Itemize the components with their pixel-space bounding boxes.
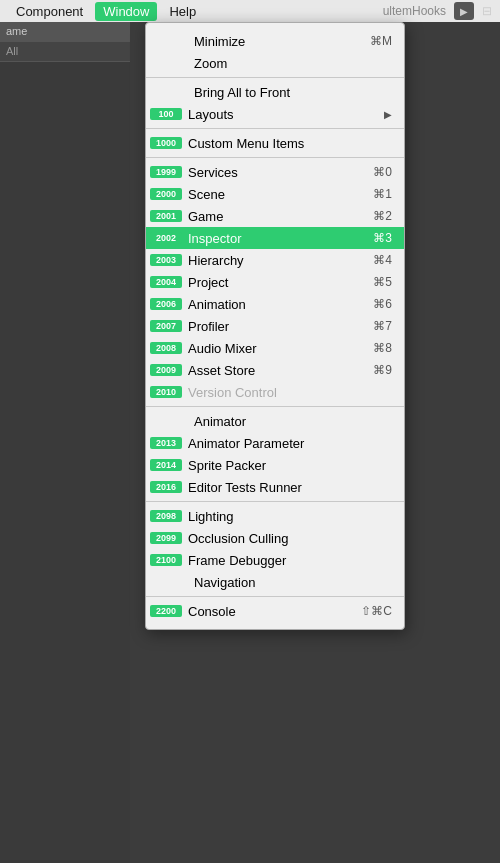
menu-label: Layouts <box>188 107 380 122</box>
menu-item-zoom[interactable]: Zoom <box>146 52 404 74</box>
menu-shortcut: ⌘1 <box>373 187 392 201</box>
menu-item-animator-parameter[interactable]: 2013Animator Parameter <box>146 432 404 454</box>
menu-shortcut: ⌘5 <box>373 275 392 289</box>
menu-shortcut: ⌘8 <box>373 341 392 355</box>
menu-label: Editor Tests Runner <box>188 480 392 495</box>
menu-shortcut: ⌘M <box>370 34 392 48</box>
menu-item-hierarchy[interactable]: 2003Hierarchy⌘4 <box>146 249 404 271</box>
dropdown-section-5: 2098Lighting2099Occlusion Culling2100Fra… <box>146 502 404 597</box>
menu-item-occlusion-culling[interactable]: 2099Occlusion Culling <box>146 527 404 549</box>
menu-item-navigation[interactable]: Navigation <box>146 571 404 593</box>
menu-label: Hierarchy <box>188 253 365 268</box>
menu-item-editor-tests-runner[interactable]: 2016Editor Tests Runner <box>146 476 404 498</box>
dropdown-section-1: Bring All to Front100Layouts▶ <box>146 78 404 129</box>
dropdown-section-0: Minimize⌘MZoom <box>146 27 404 78</box>
left-panel: ame All <box>0 22 130 863</box>
menu-shortcut: ⌘0 <box>373 165 392 179</box>
menu-item-inspector[interactable]: 2002Inspector⌘3 <box>146 227 404 249</box>
menu-item-console[interactable]: 2200Console⇧⌘C <box>146 600 404 622</box>
menu-label: Services <box>188 165 365 180</box>
menu-badge: 2000 <box>150 188 182 200</box>
menu-badge: 2014 <box>150 459 182 471</box>
menu-label: Asset Store <box>188 363 365 378</box>
menu-label: Navigation <box>194 575 392 590</box>
dropdown-section-3: 1999Services⌘02000Scene⌘12001Game⌘22002I… <box>146 158 404 407</box>
menu-item-version-control: 2010Version Control <box>146 381 404 403</box>
menu-window[interactable]: Window <box>95 2 157 21</box>
menu-badge: 2010 <box>150 386 182 398</box>
menu-shortcut: ⌘3 <box>373 231 392 245</box>
menu-label: Sprite Packer <box>188 458 392 473</box>
menu-badge: 1000 <box>150 137 182 149</box>
menu-badge: 2001 <box>150 210 182 222</box>
dropdown-section-4: Animator2013Animator Parameter2014Sprite… <box>146 407 404 502</box>
menu-label: Audio Mixer <box>188 341 365 356</box>
menu-item-lighting[interactable]: 2098Lighting <box>146 505 404 527</box>
menu-badge: 100 <box>150 108 182 120</box>
menu-item-sprite-packer[interactable]: 2014Sprite Packer <box>146 454 404 476</box>
menu-badge: 2006 <box>150 298 182 310</box>
menu-component[interactable]: Component <box>8 2 91 21</box>
left-panel-search[interactable]: All <box>0 42 130 62</box>
menu-item-audio-mixer[interactable]: 2008Audio Mixer⌘8 <box>146 337 404 359</box>
menu-item-bring-all-to-front[interactable]: Bring All to Front <box>146 81 404 103</box>
submenu-arrow-icon: ▶ <box>384 109 392 120</box>
menu-badge: 2008 <box>150 342 182 354</box>
menu-badge: 2013 <box>150 437 182 449</box>
top-right-label: ultemHooks <box>383 4 446 18</box>
menu-badge: 2007 <box>150 320 182 332</box>
menu-item-minimize[interactable]: Minimize⌘M <box>146 30 404 52</box>
menu-label: Console <box>188 604 353 619</box>
layout-button[interactable]: ⊟ <box>482 4 492 18</box>
menu-label: Animator <box>194 414 392 429</box>
menu-badge: 2100 <box>150 554 182 566</box>
menu-help[interactable]: Help <box>161 2 204 21</box>
menu-badge: 2200 <box>150 605 182 617</box>
menu-shortcut: ⌘9 <box>373 363 392 377</box>
menu-label: Frame Debugger <box>188 553 392 568</box>
menu-badge: 2009 <box>150 364 182 376</box>
menu-item-project[interactable]: 2004Project⌘5 <box>146 271 404 293</box>
menu-label: Animator Parameter <box>188 436 392 451</box>
menu-label: Bring All to Front <box>194 85 392 100</box>
menu-item-animator[interactable]: Animator <box>146 410 404 432</box>
menu-label: Minimize <box>194 34 362 49</box>
menu-item-layouts[interactable]: 100Layouts▶ <box>146 103 404 125</box>
menu-item-game[interactable]: 2001Game⌘2 <box>146 205 404 227</box>
menu-label: Profiler <box>188 319 365 334</box>
left-panel-title: ame <box>0 22 130 42</box>
menu-badge: 2099 <box>150 532 182 544</box>
menu-item-profiler[interactable]: 2007Profiler⌘7 <box>146 315 404 337</box>
menu-label: Version Control <box>188 385 392 400</box>
menu-badge: 2098 <box>150 510 182 522</box>
menu-badge: 1999 <box>150 166 182 178</box>
top-right-area: ultemHooks ▶ ⊟ <box>383 0 500 22</box>
window-dropdown-menu: Minimize⌘MZoomBring All to Front100Layou… <box>145 22 405 630</box>
menu-item-scene[interactable]: 2000Scene⌘1 <box>146 183 404 205</box>
menu-badge: 2002 <box>150 232 182 244</box>
menu-badge: 2003 <box>150 254 182 266</box>
menu-label: Occlusion Culling <box>188 531 392 546</box>
menu-shortcut: ⌘2 <box>373 209 392 223</box>
menu-label: Zoom <box>194 56 392 71</box>
menu-label: Inspector <box>188 231 365 246</box>
dropdown-section-6: 2200Console⇧⌘C <box>146 597 404 625</box>
menu-shortcut: ⌘7 <box>373 319 392 333</box>
menu-label: Scene <box>188 187 365 202</box>
menu-shortcut: ⇧⌘C <box>361 604 392 618</box>
menu-label: Animation <box>188 297 365 312</box>
menu-item-custom-menu-items[interactable]: 1000Custom Menu Items <box>146 132 404 154</box>
menu-label: Game <box>188 209 365 224</box>
menu-label: Project <box>188 275 365 290</box>
dropdown-section-2: 1000Custom Menu Items <box>146 129 404 158</box>
menu-item-services[interactable]: 1999Services⌘0 <box>146 161 404 183</box>
menu-label: Lighting <box>188 509 392 524</box>
menu-item-asset-store[interactable]: 2009Asset Store⌘9 <box>146 359 404 381</box>
menu-badge: 2016 <box>150 481 182 493</box>
menu-item-animation[interactable]: 2006Animation⌘6 <box>146 293 404 315</box>
play-button[interactable]: ▶ <box>454 2 474 20</box>
menu-label: Custom Menu Items <box>188 136 392 151</box>
menu-item-frame-debugger[interactable]: 2100Frame Debugger <box>146 549 404 571</box>
menu-shortcut: ⌘6 <box>373 297 392 311</box>
menu-badge: 2004 <box>150 276 182 288</box>
